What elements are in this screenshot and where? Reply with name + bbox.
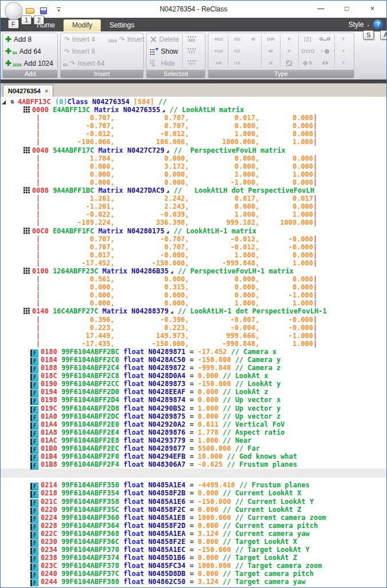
close-button[interactable]: ×: [360, 1, 385, 17]
type-vector-button[interactable]: ⇅: [299, 57, 317, 69]
float-row[interactable]: F01A0 99F6104ABFF2DC float N04289875 = 0…: [1, 412, 386, 420]
hide-button[interactable]: Hide: [148, 57, 181, 69]
matrix-header-row[interactable]: 0100 1264ABFF23C Matrix N04286B35◢ // Pe…: [1, 267, 386, 275]
matrix-value-row[interactable]: | 0.396, -0.396, -0.007, -0.000|: [1, 316, 386, 324]
float-row[interactable]: F022C 99F6104ABFF368 float N0485A1EA = 3…: [1, 530, 386, 538]
matrix-value-row[interactable]: | 0.561, 0.000, 0.000, 0.000|: [1, 275, 386, 283]
float-row[interactable]: F0180 99F6104ABFF2BC float N04289871 = -…: [1, 348, 386, 356]
add-64-button[interactable]: ✚64 Add 64: [3, 45, 56, 57]
float-row[interactable]: F0184 99F6104ABFF2C0 float N0428AC50 = -…: [1, 356, 386, 364]
type-pointer-button[interactable]: [317, 33, 334, 45]
float-row[interactable]: F0198 99F6104ABFF2D4 float N04289874 = 0…: [1, 396, 386, 404]
tab-modify[interactable]: Modify: [64, 19, 101, 31]
float-row[interactable]: F0230 99F6104ABFF36C float N04858F2E = 0…: [1, 538, 386, 546]
style-dropdown[interactable]: Style ⌄: [349, 21, 370, 29]
bytes-toggle-3-button[interactable]: ???: [188, 57, 196, 69]
float-row[interactable]: F0190 99F6104ABFF2CC float N04289873 = -…: [1, 380, 386, 388]
show-button[interactable]: Show: [148, 45, 181, 57]
add-1024-button[interactable]: ✚1024 Add 1024: [3, 57, 56, 69]
type-hex8-button[interactable]: H8: [210, 57, 227, 69]
float-row[interactable]: F01B4 99F6104ABFF2F0 float N04294EFB = 1…: [1, 452, 386, 460]
float-row[interactable]: F01AC 99F6104ABFF2E8 float N04293779 = 1…: [1, 436, 386, 444]
document-tab[interactable]: N04276354 ×: [3, 85, 53, 97]
float-row[interactable]: F0240 99F6104ABFF37C float N0485D8DB = 0…: [1, 570, 386, 578]
float-row[interactable]: F0188 99F6104ABFF2C4 float N04289872 = -…: [1, 364, 386, 372]
matrix-header-row[interactable]: 0080 9A4ABFF1BC Matrix N0427DAC9◢ // Loo…: [1, 186, 386, 194]
float-row[interactable]: F01A8 99F6104ABFF2E4 float N04289876 = 1…: [1, 428, 386, 436]
matrix-header-row[interactable]: 0140 16C4ABFF27C Matrix N04288379◢ // Lo…: [1, 307, 386, 315]
float-row[interactable]: F01A4 99F6104ABFF2E0 float N042920A2 = 0…: [1, 420, 386, 428]
type-int32-button[interactable]: I32: [228, 33, 246, 45]
matrix-value-row[interactable]: | 17.449, 149.973, 999.666, -1.000|: [1, 332, 386, 340]
float-row[interactable]: F019C 99F6104ABFF2D8 float N04290B52 = 1…: [1, 404, 386, 412]
type-hex16-button[interactable]: H16: [210, 45, 227, 57]
matrix-value-row[interactable]: | -17.435, -150.000, -998.848, 1.000|: [1, 340, 386, 348]
type-int8-button[interactable]: I8: [246, 33, 260, 45]
matrix-value-row[interactable]: | -1.261, 2.243, 0.000, 0.000|: [1, 202, 386, 210]
matrix-value-row[interactable]: | -17.452, -150.000, -999.848, 1.000|: [1, 259, 386, 267]
float-row[interactable]: F0238 99F6104ABFF374 float N0485D1B6 = 0…: [1, 554, 386, 562]
type-float-button[interactable]: F: [281, 33, 298, 45]
type-hex32-button[interactable]: H32: [210, 33, 227, 45]
matrix-value-row[interactable]: | -106.066, 106.066, 1000.000, 1.000|: [1, 138, 386, 146]
minimize-button[interactable]: —: [308, 1, 334, 17]
float-row[interactable]: F0218 99F6104ABFF354 float N04858F2B = 0…: [1, 489, 386, 497]
float-row[interactable]: F01B8 99F6104ABFF2F4 float N048306A7 = -…: [1, 460, 386, 468]
float-row[interactable]: F021C 99F6104ABFF358 float N0485A1E6 = -…: [1, 498, 386, 506]
matrix-header-row[interactable]: 0000 E4ABFF13C Matrix N04276355◢ // Look…: [1, 106, 386, 114]
type-int16-button[interactable]: I16: [228, 57, 246, 69]
float-row[interactable]: F0194 99F6104ABFF2D0 float N0428EEAF = 0…: [1, 388, 386, 396]
type-edit-button[interactable]: [281, 57, 298, 69]
expander-icon[interactable]: ◢: [2, 98, 6, 106]
type-dword-button[interactable]: DW: [262, 33, 279, 45]
tab-settings[interactable]: Settings: [101, 19, 143, 31]
insert-64-button[interactable]: 64↷ Insert 64: [62, 57, 107, 69]
matrix-value-row[interactable]: | 1.261, 2.242, 0.017, 0.017|: [1, 194, 386, 202]
matrix-value-row[interactable]: | 0.000, 0.000, 1.000, 1.000|: [1, 170, 386, 178]
tab-close-icon[interactable]: ×: [45, 88, 48, 94]
matrix-header-row[interactable]: 00C0 E04ABFF1FC Matrix N04280175◢ // Loo…: [1, 227, 386, 235]
matrix-value-row[interactable]: | 0.707, 0.707, 0.017, 0.000|: [1, 114, 386, 122]
insert-4-button[interactable]: ↷ Insert 4: [62, 33, 107, 45]
type-int32b-button[interactable]: I32: [228, 45, 246, 57]
bytes-toggle-1-button[interactable]: 888: [188, 33, 196, 45]
float-row[interactable]: F0234 99F6104ABFF370 float N0485A1EC = -…: [1, 546, 386, 554]
app-menu-button[interactable]: [5, 2, 23, 20]
matrix-value-row[interactable]: | -0.022, -0.039, 1.000, 1.000|: [1, 210, 386, 218]
matrix-value-row[interactable]: | 0.707, -0.707, -0.012, -0.000|: [1, 235, 386, 243]
matrix-value-row[interactable]: | 0.707, 0.707, -0.012, -0.000|: [1, 243, 386, 251]
bytes-toggle-2-button[interactable]: TTT: [188, 45, 196, 57]
matrix-value-row[interactable]: | 0.000, 0.315, 0.000, 0.000|: [1, 283, 386, 291]
maximize-button[interactable]: □: [334, 1, 360, 17]
matrix-value-row[interactable]: | 0.000, 0.000, 0.000, -1.000|: [1, 291, 386, 299]
float-row[interactable]: F0214 99F6104ABFF350 float N0485A1E4 = -…: [1, 481, 386, 489]
matrix-value-row[interactable]: | -0.707, 0.707, 0.000, 0.000|: [1, 122, 386, 130]
matrix-value-row[interactable]: | -0.012, -0.012, 1.000, 0.000|: [1, 130, 386, 138]
float-row[interactable]: F01B0 99F6104ABFF2EC float N04289877 = 5…: [1, 444, 386, 452]
insert-8-button[interactable]: ↷ Insert 8: [62, 45, 107, 57]
type-word-button[interactable]: W: [262, 45, 279, 57]
matrix-header-row[interactable]: 0040 544ABFF17C Matrix N0427C729◢ // Per…: [1, 146, 386, 154]
type-text1-button[interactable]: T: [335, 33, 352, 45]
type-text3-button[interactable]: T: [335, 57, 352, 69]
type-byte-button[interactable]: B: [262, 57, 279, 69]
type-double-button[interactable]: F: [281, 45, 298, 57]
help-button[interactable]: ?: [373, 19, 383, 29]
type-text2-button[interactable]: T: [335, 45, 352, 57]
matrix-value-row[interactable]: | 0.000, 0.000, 1.000, 1.000|: [1, 299, 386, 307]
float-row[interactable]: F018C 99F6104ABFF2C8 float N0428D0A4 = 0…: [1, 372, 386, 380]
delete-button[interactable]: Delete: [148, 33, 181, 45]
type-swap-button[interactable]: [317, 57, 334, 69]
float-row[interactable]: F0224 99F6104ABFF360 float N0485A1E8 = 1…: [1, 514, 386, 522]
class-header-row[interactable]: ◢⇅4ABFF13C (0)Class N04276354 [584] //: [1, 98, 386, 106]
float-row[interactable]: F023C 99F6104ABFF378 float N0485FC34 = 1…: [1, 562, 386, 570]
matrix-value-row[interactable]: | 0.223, 0.223, -0.004, -0.000|: [1, 324, 386, 332]
type-vec-row-button[interactable]: [299, 45, 317, 57]
type-instance-button[interactable]: ≡: [317, 45, 334, 57]
matrix-value-row[interactable]: | 1.784, 0.000, 0.000, 0.000|: [1, 154, 386, 162]
matrix-value-row[interactable]: | -189.224, 336.398, 999.182, 1000.000|: [1, 218, 386, 227]
add-8-button[interactable]: ✚ Add 8: [3, 33, 56, 45]
float-row[interactable]: F0220 99F6104ABFF35C float N04858F2C = 0…: [1, 506, 386, 514]
type-matrix-button[interactable]: 1001: [299, 33, 317, 45]
float-row[interactable]: F0228 99F6104ABFF364 float N04858F2D = 0…: [1, 522, 386, 530]
